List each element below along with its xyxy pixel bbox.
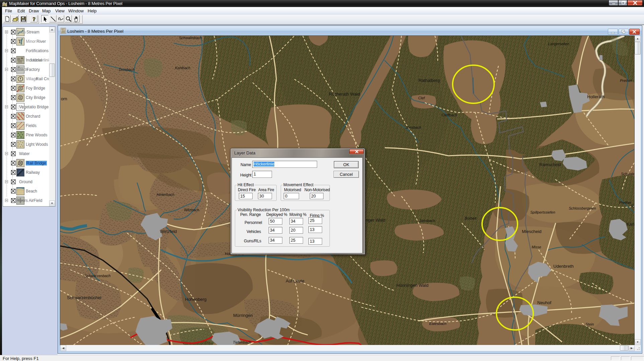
svg-text:Hohenberg: Hohenberg <box>185 297 206 302</box>
svg-text:Schwarzenbüchel: Schwarzenbüchel <box>67 295 101 300</box>
svg-text:Mürringen: Mürringen <box>233 313 253 318</box>
svg-text:orn: orn <box>61 96 67 101</box>
svg-text:Langerseiten: Langerseiten <box>548 42 569 46</box>
svg-text:Hinterbach: Hinterbach <box>157 193 174 197</box>
svg-text:Schwalen: Schwalen <box>621 172 634 176</box>
svg-text:Prether: Prether <box>619 201 632 205</box>
svg-text:Schlossbergeien: Schlossbergeien <box>569 206 596 210</box>
svg-text:Spillpertssiefen: Spillpertssiefen <box>530 210 555 214</box>
svg-text:Jansbach: Jansbach <box>405 125 421 129</box>
svg-text:Schwalmbach: Schwalmbach <box>179 36 202 40</box>
svg-text:Wirtzfeld: Wirtzfeld <box>160 229 177 234</box>
svg-text:Kan: Kan <box>627 222 634 227</box>
svg-text:T: T <box>18 39 21 44</box>
svg-text:Schwarzenbach: Schwarzenbach <box>84 274 110 278</box>
svg-text:Ramscheid: Ramscheid <box>539 162 561 167</box>
svg-text:Prether: Prether <box>620 79 632 83</box>
svg-text:Drosbach: Drosbach <box>119 68 134 72</box>
svg-text:Auf Leute: Auf Leute <box>286 278 304 283</box>
svg-text:Witzbach: Witzbach <box>184 208 199 212</box>
svg-text:Kahlbach: Kahlbach <box>175 66 190 70</box>
svg-text:Rocherath Wald: Rocherath Wald <box>329 92 360 97</box>
svg-text:Neuhof: Neuhof <box>537 300 551 305</box>
svg-text:Rain: Rain <box>631 204 634 208</box>
svg-text:Rathalberg: Rathalberg <box>419 78 440 83</box>
svg-text:Cleffbach: Cleffbach <box>442 113 457 117</box>
svg-text:Miescheid: Miescheid <box>522 229 542 234</box>
svg-text:Hollerath: Hollerath <box>587 94 605 99</box>
svg-text:Udenbreth: Udenbreth <box>553 264 574 269</box>
svg-text:Tiefenbach: Tiefenbach <box>233 340 251 344</box>
svg-text:Borbelt: Borbelt <box>465 216 477 220</box>
svg-text:nger Wald: nger Wald <box>366 218 385 223</box>
svg-text:Ealesbach: Ealesbach <box>429 322 446 326</box>
svg-text:Hünningen Wald: Hünningen Wald <box>396 283 429 288</box>
svg-text:Misse: Misse <box>532 245 541 249</box>
svg-text:Jansbach: Jansbach <box>419 219 435 223</box>
svg-text:?: ? <box>33 16 36 22</box>
svg-text:Stein: Stein <box>585 322 594 326</box>
svg-text:Clef: Clef <box>418 96 425 100</box>
